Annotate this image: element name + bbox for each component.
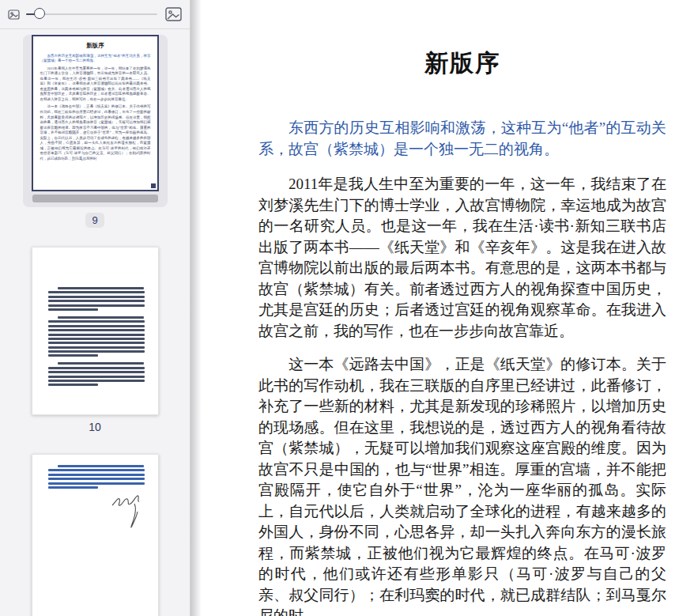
document-page: 新版序 东西方的历史互相影响和激荡，这种互为“他者”的互动关系，故宫（紫禁城）是… bbox=[190, 0, 679, 616]
thumbnail-page-11-textlines bbox=[32, 455, 158, 489]
slider-handle[interactable] bbox=[34, 8, 45, 19]
thumbnail-toolbar bbox=[0, 0, 190, 29]
mini-epigraph: 东西方的历史互相影响和激荡，这种互为“他者”的互动关系，故宫（紫禁城）是一个独一… bbox=[40, 53, 150, 63]
page-corner-marker bbox=[151, 183, 156, 188]
thumbnail-list: 新版序 东西方的历史互相影响和激荡，这种互为“他者”的互动关系，故宫（紫禁城）是… bbox=[0, 29, 190, 616]
document-view[interactable]: 新版序 东西方的历史互相影响和激荡，这种互为“他者”的互动关系，故宫（紫禁城）是… bbox=[190, 0, 679, 616]
thumbnail-page-11[interactable] bbox=[32, 454, 159, 616]
signature-icon bbox=[111, 494, 144, 531]
mini-paragraph: 2011年是我人生中至为重要的一年，这一年，我结束了在刘梦溪先生门下的博士学业，… bbox=[40, 66, 150, 102]
page-number-badge: 9 bbox=[85, 213, 104, 228]
thumbnail-page-9-content: 新版序 东西方的历史互相影响和激荡，这种互为“他者”的互动关系，故宫（紫禁城）是… bbox=[33, 36, 157, 190]
slider-track[interactable] bbox=[26, 13, 157, 15]
mini-page-title: 新版序 bbox=[40, 42, 150, 50]
thumbnail-page-9[interactable]: 新版序 东西方的历史互相影响和激荡，这种互为“他者”的互动关系，故宫（紫禁城）是… bbox=[23, 35, 168, 207]
body-paragraph: 这一本《远路去中国》，正是《纸天堂》的修订本。关于此书的写作动机，我在三联版的自… bbox=[258, 354, 666, 616]
thumbnail-size-slider[interactable] bbox=[26, 8, 157, 21]
thumbnail-page-10[interactable] bbox=[32, 247, 159, 415]
thumbnail-sidebar: 新版序 东西方的历史互相影响和激荡，这种互为“他者”的互动关系，故宫（紫禁城）是… bbox=[0, 0, 190, 616]
reader-window: 新版序 东西方的历史互相影响和激荡，这种互为“他者”的互动关系，故宫（紫禁城）是… bbox=[0, 0, 679, 616]
page-number-label: 10 bbox=[89, 421, 101, 433]
thumbnail-page-9-preview: 新版序 东西方的历史互相影响和激荡，这种互为“他者”的互动关系，故宫（紫禁城）是… bbox=[32, 35, 159, 191]
thumbnail-size-large-icon[interactable] bbox=[165, 7, 182, 21]
thumbnail-page-10-textlines bbox=[32, 248, 158, 386]
page-title: 新版序 bbox=[258, 47, 666, 80]
epigraph-text: 东西方的历史互相影响和激荡，这种互为“他者”的互动关系，故宫（紫禁城）是一个独一… bbox=[258, 118, 666, 160]
mini-paragraph: 这一本《远路去中国》，正是《纸天堂》的修订本。关于此书的写作动机，我在三联版的自… bbox=[40, 104, 150, 161]
thumbnail-bottom-bar bbox=[32, 195, 158, 202]
body-paragraph: 2011年是我人生中至为重要的一年，这一年，我结束了在刘梦溪先生门下的博士学业，… bbox=[258, 174, 666, 342]
thumbnail-size-small-icon[interactable] bbox=[8, 9, 20, 20]
